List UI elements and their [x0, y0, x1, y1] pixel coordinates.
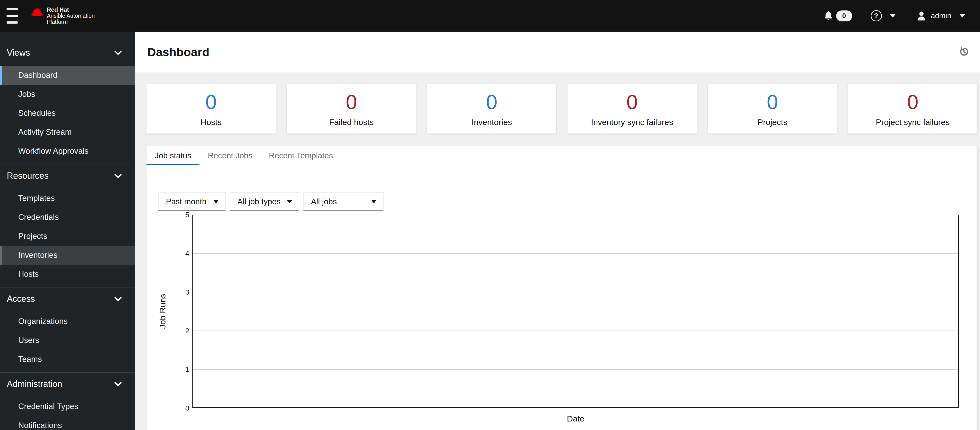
masthead: Red Hat Ansible Automation Platform 0 ? …	[0, 0, 980, 32]
nav-items-views: DashboardJobsSchedulesActivity StreamWor…	[0, 66, 135, 160]
tab-recent-jobs[interactable]: Recent Jobs	[199, 146, 261, 165]
chevron-down-icon	[115, 297, 122, 301]
sidebar-item-workflow-approvals[interactable]: Workflow Approvals	[0, 142, 135, 160]
gridline-y5	[193, 215, 958, 215]
summary-card-project-sync-failures: 0Project sync failures	[848, 84, 977, 134]
nav-items-administration: Credential TypesNotifications	[0, 397, 135, 430]
nav-group-toggle-resources[interactable]: Resources	[0, 168, 135, 184]
brand-product-line2: Platform	[47, 19, 95, 25]
sidebar-item-credentials[interactable]: Credentials	[0, 208, 135, 227]
page-title: Dashboard	[148, 45, 209, 59]
sidebar-item-notifications[interactable]: Notifications	[0, 416, 135, 430]
masthead-toolbar: 0 ? admin	[824, 10, 965, 21]
user-avatar-icon[interactable]	[916, 10, 927, 21]
card-label: Inventories	[427, 117, 556, 127]
job-status-panel: Job statusRecent JobsRecent Templates Pa…	[146, 146, 977, 430]
help-icon[interactable]: ?	[871, 10, 882, 21]
user-chevron-down-icon[interactable]	[959, 14, 965, 18]
summary-cards: 0Hosts0Failed hosts0Inventories0Inventor…	[146, 84, 977, 134]
card-value-link[interactable]: 0	[427, 91, 556, 113]
filter-select-period[interactable]: Past month	[158, 192, 226, 211]
chevron-down-icon	[115, 51, 122, 55]
history-icon[interactable]	[959, 46, 969, 58]
brand-logo: Red Hat Ansible Automation Platform	[30, 6, 95, 25]
chevron-down-icon	[213, 200, 219, 203]
sidebar-item-credential-types[interactable]: Credential Types	[0, 397, 135, 416]
redhat-fedora-icon	[30, 6, 45, 19]
card-value-link[interactable]: 0	[146, 91, 276, 113]
filter-value: Past month	[166, 197, 207, 206]
nav-group-toggle-administration[interactable]: Administration	[0, 376, 135, 392]
tabs: Job statusRecent JobsRecent Templates	[146, 146, 977, 165]
sidebar-item-organizations[interactable]: Organizations	[0, 312, 135, 331]
summary-card-hosts: 0Hosts	[146, 84, 276, 134]
sidebar-item-projects[interactable]: Projects	[0, 227, 135, 246]
tab-recent-templates[interactable]: Recent Templates	[261, 146, 341, 165]
y-tick-label-2: 2	[178, 327, 189, 335]
y-tick-label-5: 5	[178, 211, 189, 219]
chevron-down-icon	[371, 200, 377, 203]
card-label: Failed hosts	[287, 117, 416, 127]
card-label: Projects	[708, 117, 837, 127]
card-label: Project sync failures	[848, 117, 977, 127]
chevron-down-icon	[287, 200, 293, 203]
filter-value: All jobs	[311, 197, 337, 206]
user-menu-label[interactable]: admin	[931, 11, 951, 20]
chevron-down-icon	[115, 174, 122, 178]
card-value-link[interactable]: 0	[708, 91, 837, 113]
sidebar-item-templates[interactable]: Templates	[0, 189, 135, 208]
y-tick-label-0: 0	[178, 404, 189, 412]
sidebar-item-jobs[interactable]: Jobs	[0, 85, 135, 104]
nav-toggle-button[interactable]	[6, 8, 18, 24]
gridline-y1	[193, 369, 958, 370]
nav-group-toggle-access[interactable]: Access	[0, 291, 135, 307]
brand-name: Red Hat	[47, 6, 95, 13]
sidebar-item-teams[interactable]: Teams	[0, 350, 135, 369]
gridline-y3	[193, 292, 958, 293]
nav-items-access: OrganizationsUsersTeams	[0, 312, 135, 369]
y-tick-label-3: 3	[178, 288, 189, 296]
sidebar-item-inventories[interactable]: Inventories	[0, 246, 135, 265]
summary-card-inventory-sync-failures: 0Inventory sync failures	[568, 84, 697, 134]
nav-group-label: Views	[7, 48, 30, 58]
nav-group-label: Access	[7, 294, 35, 304]
nav-group-divider	[0, 287, 135, 288]
sidebar-item-hosts[interactable]: Hosts	[0, 265, 135, 284]
sidebar-item-dashboard[interactable]: Dashboard	[0, 66, 135, 85]
tab-job-status[interactable]: Job status	[146, 146, 199, 165]
nav-items-resources: TemplatesCredentialsProjectsInventoriesH…	[0, 189, 135, 284]
summary-card-failed-hosts: 0Failed hosts	[287, 84, 416, 134]
chart-filters: Past monthAll job typesAll jobs	[158, 192, 388, 211]
nav-group-divider	[0, 372, 135, 372]
sidebar-item-activity-stream[interactable]: Activity Stream	[0, 123, 135, 142]
notification-count-badge[interactable]: 0	[836, 10, 852, 21]
sidebar-nav: ViewsDashboardJobsSchedulesActivity Stre…	[0, 32, 135, 430]
page-header: Dashboard	[135, 32, 980, 72]
sidebar-item-schedules[interactable]: Schedules	[0, 104, 135, 123]
nav-group-label: Administration	[7, 379, 62, 389]
brand-product-line1: Ansible Automation	[47, 13, 95, 19]
card-label: Inventory sync failures	[568, 117, 697, 127]
chart-ylabel: Job Runs	[155, 215, 170, 408]
brand-text: Red Hat Ansible Automation Platform	[47, 6, 95, 25]
main-content: Dashboard 0Hosts0Failed hosts0Inventorie…	[135, 32, 980, 430]
chevron-down-icon	[115, 382, 122, 387]
summary-card-inventories: 0Inventories	[427, 84, 556, 134]
chart-xlabel: Date	[192, 414, 959, 424]
y-tick-label-1: 1	[178, 365, 189, 374]
filter-select-job-type[interactable]: All job types	[229, 192, 299, 211]
card-label: Hosts	[146, 117, 276, 127]
help-chevron-down-icon[interactable]	[890, 14, 896, 18]
notifications-bell-icon[interactable]	[824, 10, 833, 21]
gridline-y4	[193, 253, 958, 254]
sidebar-item-users[interactable]: Users	[0, 331, 135, 350]
card-value-link[interactable]: 0	[568, 91, 697, 113]
nav-group-divider	[0, 164, 135, 165]
gridline-y2	[193, 331, 958, 331]
nav-group-toggle-views[interactable]: Views	[0, 45, 135, 61]
job-runs-chart: 543210	[192, 215, 959, 408]
card-value-link[interactable]: 0	[848, 91, 977, 113]
filter-select-job-selection[interactable]: All jobs	[303, 192, 383, 211]
summary-card-projects: 0Projects	[708, 84, 837, 134]
card-value-link[interactable]: 0	[287, 91, 416, 113]
